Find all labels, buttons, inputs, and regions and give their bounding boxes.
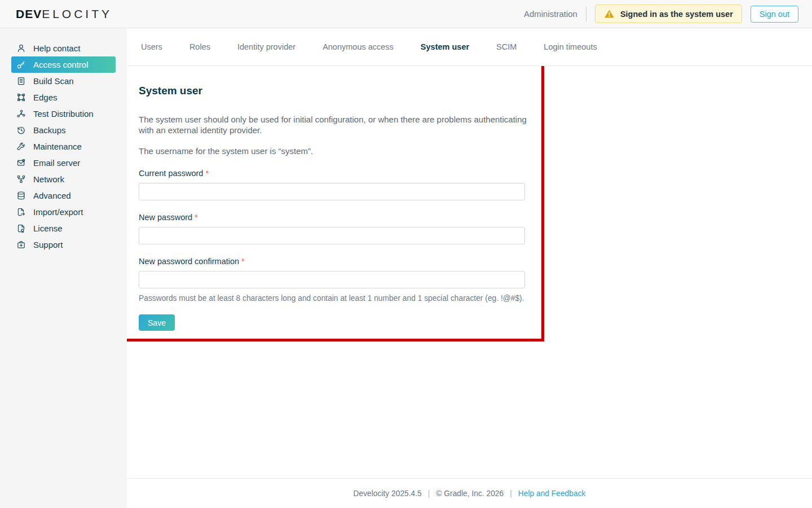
current-password-label-text: Current password bbox=[139, 169, 203, 178]
current-password-input[interactable] bbox=[139, 183, 525, 200]
envelope-icon bbox=[16, 158, 26, 168]
certificate-icon bbox=[16, 224, 26, 233]
sidebar-item-label: Network bbox=[33, 174, 64, 184]
header-divider bbox=[586, 7, 586, 21]
app-header: DEVELOCITY Administration Signed in as t… bbox=[0, 0, 812, 28]
tab-scim[interactable]: SCIM bbox=[496, 42, 517, 51]
sign-out-button[interactable]: Sign out bbox=[751, 6, 798, 23]
tab-identity-provider[interactable]: Identity provider bbox=[237, 42, 295, 51]
system-username-note: The username for the system user is “sys… bbox=[139, 146, 528, 156]
sidebar-item-advanced[interactable]: Advanced bbox=[11, 187, 116, 204]
key-icon bbox=[16, 60, 26, 69]
tab-login-timeouts[interactable]: Login timeouts bbox=[544, 42, 597, 51]
sidebar-item-label: Edges bbox=[33, 93, 58, 102]
sidebar-item-help-contact[interactable]: Help contact bbox=[11, 40, 116, 56]
wrench-icon bbox=[16, 142, 26, 151]
app-footer: Develocity 2025.4.5 | © Gradle, Inc. 202… bbox=[127, 478, 812, 508]
sidebar-item-label: Import/export bbox=[33, 207, 83, 217]
sidebar-item-maintenance[interactable]: Maintenance bbox=[11, 138, 116, 155]
sidebar-item-email-server[interactable]: Email server bbox=[11, 155, 116, 171]
required-asterisk: * bbox=[205, 169, 209, 178]
sidebar-item-support[interactable]: Support bbox=[11, 237, 116, 253]
new-password-confirmation-field-group: New password confirmation* bbox=[139, 257, 525, 288]
network-graph-icon bbox=[16, 109, 26, 119]
footer-separator: | bbox=[510, 489, 512, 498]
system-user-panel: System user The system user should only … bbox=[127, 66, 812, 331]
new-password-input[interactable] bbox=[139, 227, 525, 244]
sidebar-item-label: Help contact bbox=[33, 43, 80, 53]
sidebar-item-network[interactable]: Network bbox=[11, 171, 116, 187]
sidebar-item-label: Maintenance bbox=[33, 142, 82, 151]
password-requirements-hint: Passwords must be at least 8 characters … bbox=[139, 294, 812, 303]
sidebar-item-label: Email server bbox=[33, 158, 80, 168]
sidebar-item-label: Backups bbox=[33, 125, 66, 135]
document-list-icon bbox=[16, 76, 26, 86]
develocity-logo[interactable]: DEVELOCITY bbox=[16, 7, 112, 21]
sidebar-item-label: License bbox=[33, 224, 63, 233]
footer-separator: | bbox=[428, 489, 430, 498]
new-password-confirmation-label-text: New password confirmation bbox=[139, 257, 239, 266]
database-icon bbox=[16, 191, 26, 200]
main-area: Users Roles Identity provider Anonymous … bbox=[127, 28, 812, 508]
tab-system-user[interactable]: System user bbox=[421, 42, 469, 51]
new-password-field-group: New password* bbox=[139, 213, 525, 244]
help-and-feedback-link[interactable]: Help and Feedback bbox=[518, 489, 586, 498]
required-asterisk: * bbox=[241, 257, 245, 266]
document-arrow-icon bbox=[16, 207, 26, 217]
admin-sidebar: Help contact Access control Build Scan E… bbox=[0, 28, 127, 508]
sidebar-item-edges[interactable]: Edges bbox=[11, 89, 116, 106]
new-password-label-text: New password bbox=[139, 213, 192, 222]
new-password-confirmation-label: New password confirmation* bbox=[139, 257, 525, 266]
footer-copyright: © Gradle, Inc. 2026 bbox=[436, 489, 504, 498]
current-password-field-group: Current password* bbox=[139, 169, 525, 200]
sidebar-item-import-export[interactable]: Import/export bbox=[11, 204, 116, 220]
signed-in-warning-badge: Signed in as the system user bbox=[595, 5, 742, 23]
sidebar-item-label: Support bbox=[33, 240, 63, 249]
sidebar-item-label: Build Scan bbox=[33, 76, 74, 86]
save-button[interactable]: Save bbox=[139, 314, 175, 331]
sidebar-item-test-distribution[interactable]: Test Distribution bbox=[11, 106, 116, 122]
page-title: System user bbox=[139, 85, 812, 97]
administration-label: Administration bbox=[524, 9, 577, 19]
person-icon bbox=[16, 43, 26, 53]
warning-triangle-icon bbox=[604, 9, 615, 19]
new-password-label: New password* bbox=[139, 213, 525, 222]
required-asterisk: * bbox=[195, 213, 198, 222]
tab-users[interactable]: Users bbox=[141, 42, 162, 51]
access-control-tabbar: Users Roles Identity provider Anonymous … bbox=[127, 28, 812, 66]
sidebar-item-label: Advanced bbox=[33, 191, 71, 200]
tab-roles[interactable]: Roles bbox=[189, 42, 210, 51]
current-password-label: Current password* bbox=[139, 169, 525, 178]
frame-nodes-icon bbox=[16, 93, 26, 102]
sidebar-item-label: Access control bbox=[33, 60, 89, 69]
sidebar-item-license[interactable]: License bbox=[11, 220, 116, 237]
topology-icon bbox=[16, 174, 26, 184]
sidebar-item-label: Test Distribution bbox=[33, 109, 94, 119]
system-user-description: The system user should only be used for … bbox=[139, 114, 528, 135]
tab-anonymous-access[interactable]: Anonymous access bbox=[323, 42, 394, 51]
history-icon bbox=[16, 125, 26, 135]
sidebar-item-build-scan[interactable]: Build Scan bbox=[11, 73, 116, 89]
footer-version: Develocity 2025.4.5 bbox=[354, 489, 422, 498]
signed-in-badge-text: Signed in as the system user bbox=[620, 10, 733, 19]
sidebar-item-backups[interactable]: Backups bbox=[11, 122, 116, 138]
sidebar-item-access-control[interactable]: Access control bbox=[11, 56, 116, 73]
logo-dev: DEV bbox=[16, 7, 42, 20]
first-aid-icon bbox=[16, 240, 26, 249]
logo-elocity: ELOCITY bbox=[42, 7, 112, 20]
new-password-confirmation-input[interactable] bbox=[139, 271, 525, 288]
